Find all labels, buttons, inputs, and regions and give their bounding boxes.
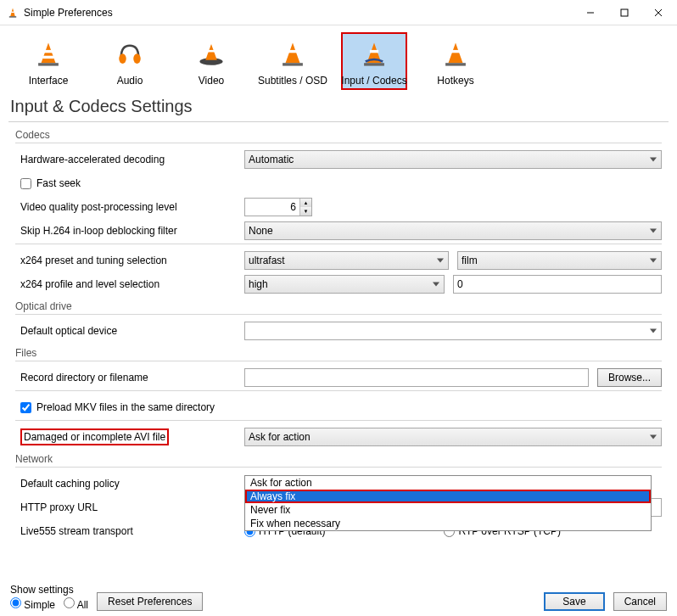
hw-decoding-select[interactable]: Automatic	[244, 150, 662, 169]
cone-codecs-icon	[357, 37, 391, 71]
http-proxy-label: HTTP proxy URL	[15, 501, 238, 513]
svg-rect-8	[38, 63, 59, 65]
divider	[8, 121, 669, 122]
group-files-title: Files	[15, 347, 662, 359]
cone-icon	[31, 37, 65, 71]
show-simple-radio[interactable]: Simple	[10, 597, 55, 611]
tab-video[interactable]: Video	[178, 32, 244, 90]
svg-rect-1	[9, 16, 16, 17]
avi-option[interactable]: Always fix	[245, 490, 651, 503]
record-dir-input[interactable]	[244, 368, 589, 387]
show-settings-label: Show settings	[10, 584, 88, 596]
svg-rect-2	[11, 11, 14, 12]
svg-rect-9	[44, 50, 53, 53]
tab-subtitles[interactable]: Subtitles / OSD	[260, 32, 326, 90]
window-title: Simple Preferences	[24, 7, 113, 19]
avi-dropdown-list: Ask for action Always fix Never fix Fix …	[244, 475, 652, 531]
svg-point-11	[119, 53, 126, 64]
svg-rect-10	[42, 56, 54, 59]
minimize-button[interactable]	[573, 1, 607, 25]
x264-profile-label: x264 profile and level selection	[15, 278, 238, 290]
preload-mkv-checkbox[interactable]: Preload MKV files in the same directory	[15, 401, 215, 413]
tab-input-codecs[interactable]: Input / Codecs	[341, 32, 407, 90]
record-dir-label: Record directory or filename	[15, 372, 238, 384]
avi-option[interactable]: Fix when necessary	[245, 517, 651, 530]
film-cone-icon	[194, 37, 228, 71]
avi-select[interactable]: Ask for action	[244, 428, 662, 446]
avi-option[interactable]: Never fix	[245, 503, 651, 517]
reset-preferences-button[interactable]: Reset Preferences	[97, 592, 203, 611]
tab-audio[interactable]: Audio	[97, 32, 163, 90]
group-network-title: Network	[15, 453, 662, 465]
browse-button[interactable]: Browse...	[597, 368, 662, 387]
svg-rect-20	[364, 63, 384, 65]
live555-label: Live555 stream transport	[15, 525, 238, 537]
svg-rect-4	[621, 9, 628, 16]
cancel-button[interactable]: Cancel	[613, 592, 667, 611]
svg-point-12	[133, 53, 141, 64]
spin-up-icon[interactable]: ▲	[299, 199, 311, 207]
pp-level-label: Video quality post-processing level	[15, 201, 238, 213]
x264-preset-label: x264 preset and tuning selection	[15, 255, 238, 266]
save-button[interactable]: Save	[544, 592, 604, 611]
default-optical-label: Default optical device	[15, 325, 238, 337]
footer: Show settings Simple All Reset Preferenc…	[0, 579, 677, 613]
page-title: Input & Codecs Settings	[0, 95, 677, 121]
cone-icon	[276, 37, 310, 71]
avi-option[interactable]: Ask for action	[245, 476, 651, 490]
svg-rect-21	[370, 50, 378, 53]
x264-profile-select[interactable]: high	[244, 275, 445, 294]
avi-label: Damaged or incomplete AVI file	[20, 428, 169, 445]
svg-rect-17	[283, 63, 303, 65]
skip-deblock-select[interactable]: None	[244, 221, 662, 240]
tab-interface[interactable]: Interface	[15, 32, 81, 90]
spin-down-icon[interactable]: ▼	[299, 207, 311, 216]
app-icon	[7, 7, 19, 19]
x264-preset-select[interactable]: ultrafast	[244, 251, 449, 270]
maximize-button[interactable]	[607, 1, 641, 25]
x264-level-input[interactable]	[453, 275, 662, 294]
skip-deblock-label: Skip H.264 in-loop deblocking filter	[15, 225, 238, 237]
default-optical-select[interactable]	[244, 322, 662, 340]
svg-rect-24	[451, 50, 460, 53]
svg-rect-15	[208, 50, 215, 53]
cone-icon	[439, 37, 473, 71]
caching-label: Default caching policy	[15, 478, 238, 490]
svg-rect-18	[288, 50, 297, 53]
headphones-icon	[113, 37, 147, 71]
fast-seek-checkbox[interactable]: Fast seek	[15, 177, 81, 189]
x264-tune-select[interactable]: film	[457, 251, 662, 270]
svg-rect-23	[445, 63, 466, 65]
category-toolbar: Interface Audio Video Subtitles / OSD In…	[0, 25, 677, 95]
tab-hotkeys[interactable]: Hotkeys	[422, 32, 489, 90]
group-optical-title: Optical drive	[15, 300, 662, 312]
group-codecs-title: Codecs	[15, 129, 662, 141]
close-button[interactable]	[641, 1, 675, 25]
show-all-radio[interactable]: All	[64, 597, 88, 611]
titlebar: Simple Preferences	[0, 0, 677, 25]
hw-decoding-label: Hardware-accelerated decoding	[15, 154, 238, 165]
